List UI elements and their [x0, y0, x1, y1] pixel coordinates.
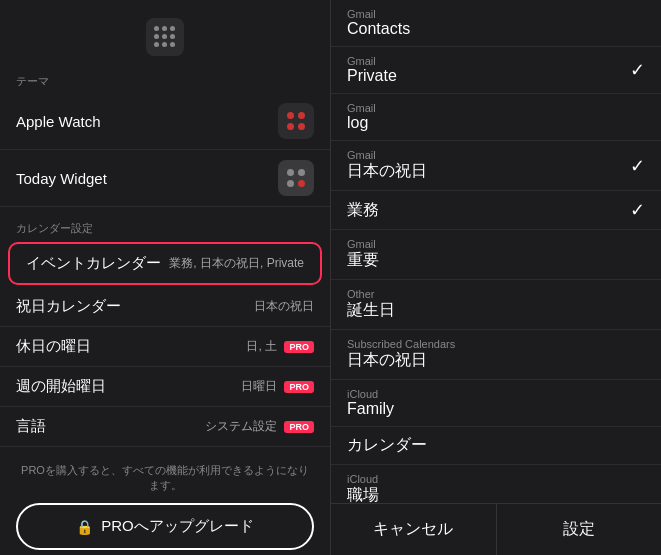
- pro-badge-1: PRO: [284, 341, 314, 353]
- right-panel: GmailContactsGmailPrivate✓GmaillogGmail日…: [330, 0, 661, 555]
- checkmark-icon: ✓: [630, 59, 645, 81]
- calendar-item[interactable]: iCloudFamily: [331, 380, 661, 427]
- holiday-day-label: 休日の曜日: [16, 337, 91, 356]
- apple-watch-label: Apple Watch: [16, 113, 101, 130]
- pro-badge-3: PRO: [284, 421, 314, 433]
- cal-name: log: [347, 114, 376, 132]
- confirm-label: 設定: [563, 519, 595, 540]
- cal-source: Gmail: [347, 238, 379, 250]
- cal-name: Contacts: [347, 20, 410, 38]
- cal-name: 日本の祝日: [347, 350, 455, 371]
- language-label: 言語: [16, 417, 46, 436]
- event-calendar-value: 業務, 日本の祝日, Private: [169, 255, 304, 272]
- cal-source: Subscribed Calendars: [347, 338, 455, 350]
- event-calendar-label: イベントカレンダー: [26, 254, 161, 273]
- cal-name: 業務: [347, 200, 379, 221]
- holiday-calendar-label: 祝日カレンダー: [16, 297, 121, 316]
- upgrade-label: PROへアップグレード: [101, 517, 254, 536]
- today-widget-icon: [278, 160, 314, 196]
- week-start-row[interactable]: 週の開始曜日 日曜日 PRO: [0, 367, 330, 407]
- checkmark-icon: ✓: [630, 199, 645, 221]
- cal-source: iCloud: [347, 473, 379, 485]
- bottom-section: PROを購入すると、すべての機能が利用できるようになります。 🔒 PROへアップ…: [0, 447, 330, 555]
- calendar-item-inner: iCloudFamily: [347, 388, 394, 418]
- pro-badge-2: PRO: [284, 381, 314, 393]
- calendar-item-inner: 業務: [347, 200, 379, 221]
- calendar-item[interactable]: GmailContacts: [331, 0, 661, 47]
- calendar-item-inner: カレンダー: [347, 435, 427, 456]
- apple-watch-icon: [278, 103, 314, 139]
- calendar-item-inner: GmailPrivate: [347, 55, 397, 85]
- calendar-item[interactable]: Other誕生日: [331, 280, 661, 330]
- calendar-item-inner: Gmail重要: [347, 238, 379, 271]
- pro-description: PROを購入すると、すべての機能が利用できるようになります。: [16, 463, 314, 493]
- calendar-item[interactable]: Gmaillog: [331, 94, 661, 141]
- calendar-item[interactable]: Subscribed Calendars日本の祝日: [331, 330, 661, 380]
- lock-icon: 🔒: [76, 519, 93, 535]
- holiday-calendar-value: 日本の祝日: [129, 298, 314, 315]
- calendar-item-inner: Other誕生日: [347, 288, 395, 321]
- cal-name: Family: [347, 400, 394, 418]
- upgrade-button[interactable]: 🔒 PROへアップグレード: [16, 503, 314, 550]
- bottom-buttons: キャンセル 設定: [331, 503, 661, 555]
- holiday-calendar-row[interactable]: 祝日カレンダー 日本の祝日: [0, 287, 330, 327]
- calendar-item[interactable]: カレンダー: [331, 427, 661, 465]
- cal-name: 誕生日: [347, 300, 395, 321]
- calendar-item[interactable]: 業務✓: [331, 191, 661, 230]
- checkmark-icon: ✓: [630, 155, 645, 177]
- cal-source: Gmail: [347, 102, 376, 114]
- calendar-item[interactable]: GmailPrivate✓: [331, 47, 661, 94]
- app-icon: [146, 18, 184, 56]
- calendar-item-inner: Gmail日本の祝日: [347, 149, 427, 182]
- language-row[interactable]: 言語 システム設定 PRO: [0, 407, 330, 447]
- today-widget-row[interactable]: Today Widget: [0, 150, 330, 207]
- app-icon-area: [0, 0, 330, 66]
- calendar-item[interactable]: iCloud職場: [331, 465, 661, 503]
- cal-source: Gmail: [347, 8, 410, 20]
- left-panel: テーマ Apple Watch Today Widget カレンダー設定: [0, 0, 330, 555]
- confirm-button[interactable]: 設定: [497, 504, 662, 555]
- calendar-item-inner: GmailContacts: [347, 8, 410, 38]
- cal-source: iCloud: [347, 388, 394, 400]
- cancel-label: キャンセル: [373, 519, 453, 540]
- cal-source: Gmail: [347, 55, 397, 67]
- cal-source: Gmail: [347, 149, 427, 161]
- cancel-button[interactable]: キャンセル: [331, 504, 497, 555]
- calendar-settings-label: カレンダー設定: [0, 207, 330, 240]
- language-value: システム設定 PRO: [54, 418, 314, 435]
- calendar-list: GmailContactsGmailPrivate✓GmaillogGmail日…: [331, 0, 661, 503]
- week-start-label: 週の開始曜日: [16, 377, 106, 396]
- theme-section-label: テーマ: [0, 66, 330, 93]
- cal-name: カレンダー: [347, 435, 427, 456]
- holiday-day-row[interactable]: 休日の曜日 日, 土 PRO: [0, 327, 330, 367]
- cal-name: 職場: [347, 485, 379, 503]
- cal-name: Private: [347, 67, 397, 85]
- calendar-item-inner: iCloud職場: [347, 473, 379, 503]
- holiday-day-value: 日, 土 PRO: [99, 338, 314, 355]
- calendar-item-inner: Gmaillog: [347, 102, 376, 132]
- event-calendar-row[interactable]: イベントカレンダー 業務, 日本の祝日, Private: [8, 242, 322, 285]
- calendar-item-inner: Subscribed Calendars日本の祝日: [347, 338, 455, 371]
- calendar-item[interactable]: Gmail重要: [331, 230, 661, 280]
- apple-watch-row[interactable]: Apple Watch: [0, 93, 330, 150]
- week-start-value: 日曜日 PRO: [114, 378, 314, 395]
- cal-name: 重要: [347, 250, 379, 271]
- today-widget-label: Today Widget: [16, 170, 107, 187]
- calendar-item[interactable]: Gmail日本の祝日✓: [331, 141, 661, 191]
- cal-source: Other: [347, 288, 395, 300]
- cal-name: 日本の祝日: [347, 161, 427, 182]
